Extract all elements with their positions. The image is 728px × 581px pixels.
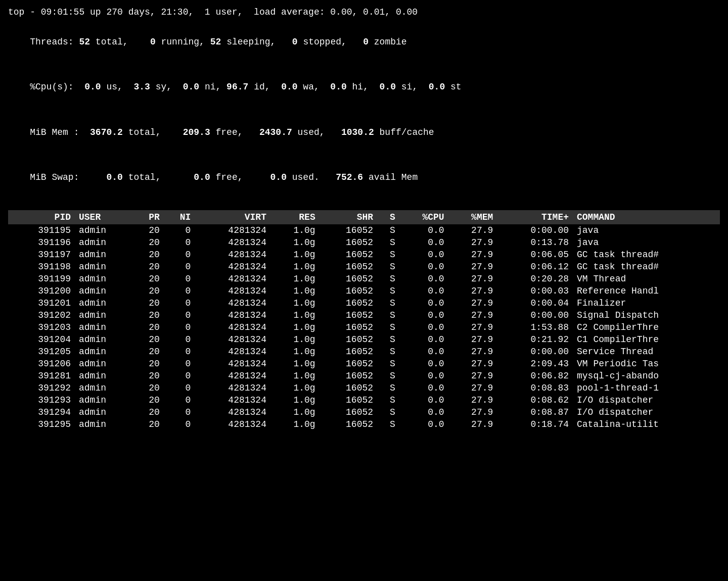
- threads-suffix: zombie: [369, 37, 407, 47]
- threads-mid1: total,: [90, 37, 150, 47]
- table-row: 391202admin20042813241.0g16052S0.027.90:…: [8, 309, 720, 321]
- col-cpu: %CPU: [399, 210, 448, 224]
- header-line-2: Threads: 52 total, 0 running, 52 sleepin…: [8, 20, 720, 65]
- mem-total: 3670.2: [90, 127, 123, 137]
- threads-mid3: sleeping,: [221, 37, 292, 47]
- cpu-id: 96.7: [226, 82, 248, 92]
- table-row: 391198admin20042813241.0g16052S0.027.90:…: [8, 261, 720, 273]
- threads-running: 0: [150, 37, 156, 47]
- table-row: 391203admin20042813241.0g16052S0.027.91:…: [8, 321, 720, 333]
- col-time: TIME+: [497, 210, 573, 224]
- table-row: 391206admin20042813241.0g16052S0.027.92:…: [8, 358, 720, 370]
- cpu-si: 0.0: [380, 82, 396, 92]
- table-row: 391281admin20042813241.0g16052S0.027.90:…: [8, 370, 720, 382]
- table-row: 391196admin20042813241.0g16052S0.027.90:…: [8, 236, 720, 249]
- col-ni: NI: [164, 210, 195, 224]
- threads-mid2: running,: [156, 37, 210, 47]
- cpu-label: %Cpu(s):: [30, 82, 84, 92]
- col-res: RES: [270, 210, 320, 224]
- table-row: 391295admin20042813241.0g16052S0.027.90:…: [8, 418, 720, 430]
- process-table: PID USER PR NI VIRT RES SHR S %CPU %MEM …: [8, 210, 720, 430]
- threads-zombie: 0: [363, 37, 369, 47]
- mem-free: 209.3: [183, 127, 210, 137]
- swap-avail: 752.6: [336, 172, 363, 182]
- col-shr: SHR: [320, 210, 377, 224]
- cpu-hi: 0.0: [330, 82, 346, 92]
- table-row: 391200admin20042813241.0g16052S0.027.90:…: [8, 285, 720, 297]
- header-line-3: %Cpu(s): 0.0 us, 3.3 sy, 0.0 ni, 96.7 id…: [8, 65, 720, 110]
- header-line-5: MiB Swap: 0.0 total, 0.0 free, 0.0 used.…: [8, 155, 720, 200]
- swap-label: MiB Swap:: [30, 172, 106, 182]
- col-pr: PR: [132, 210, 163, 224]
- col-command: COMMAND: [573, 210, 720, 224]
- col-s: S: [377, 210, 399, 224]
- table-row: 391199admin20042813241.0g16052S0.027.90:…: [8, 273, 720, 285]
- table-row: 391294admin20042813241.0g16052S0.027.90:…: [8, 406, 720, 418]
- table-row: 391205admin20042813241.0g16052S0.027.90:…: [8, 346, 720, 358]
- header-line-4: MiB Mem : 3670.2 total, 209.3 free, 2430…: [8, 110, 720, 155]
- col-user: USER: [75, 210, 132, 224]
- cpu-sy: 3.3: [133, 82, 150, 92]
- threads-mid4: stopped,: [298, 37, 363, 47]
- threads-stopped: 0: [292, 37, 298, 47]
- threads-label: Threads:: [30, 37, 79, 47]
- col-pid: PID: [8, 210, 75, 224]
- table-row: 391293admin20042813241.0g16052S0.027.90:…: [8, 394, 720, 406]
- table-row: 391292admin20042813241.0g16052S0.027.90:…: [8, 382, 720, 394]
- swap-free: 0.0: [194, 172, 210, 182]
- threads-sleeping: 52: [210, 37, 221, 47]
- swap-used: 0.0: [270, 172, 287, 182]
- cpu-ni: 0.0: [183, 82, 199, 92]
- table-row: 391201admin20042813241.0g16052S0.027.90:…: [8, 297, 720, 309]
- header-section: top - 09:01:55 up 270 days, 21:30, 1 use…: [8, 5, 720, 200]
- mem-label: MiB Mem :: [30, 127, 90, 137]
- table-row: 391197admin20042813241.0g16052S0.027.90:…: [8, 249, 720, 261]
- cpu-st: 0.0: [429, 82, 445, 92]
- col-virt: VIRT: [195, 210, 270, 224]
- header-line-1: top - 09:01:55 up 270 days, 21:30, 1 use…: [8, 5, 720, 20]
- cpu-us: 0.0: [84, 82, 101, 92]
- col-mem: %MEM: [448, 210, 497, 224]
- table-header-row: PID USER PR NI VIRT RES SHR S %CPU %MEM …: [8, 210, 720, 224]
- table-row: 391195admin20042813241.0g16052S0.027.90:…: [8, 224, 720, 236]
- mem-buff: 1030.2: [341, 127, 374, 137]
- cpu-wa: 0.0: [281, 82, 297, 92]
- process-table-container: PID USER PR NI VIRT RES SHR S %CPU %MEM …: [8, 210, 720, 430]
- swap-total: 0.0: [106, 172, 122, 182]
- mem-used: 2430.7: [259, 127, 292, 137]
- table-row: 391204admin20042813241.0g16052S0.027.90:…: [8, 333, 720, 346]
- threads-total: 52: [79, 37, 90, 47]
